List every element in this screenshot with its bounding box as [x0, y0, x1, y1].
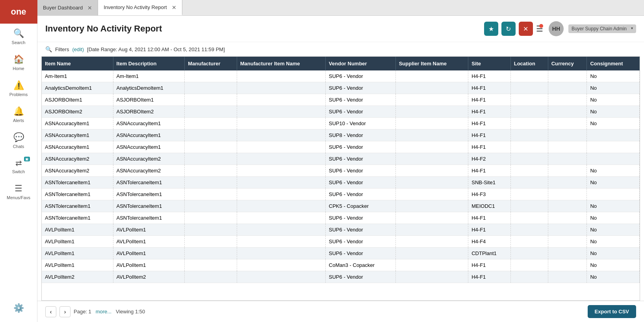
table-cell: ASJORBOItem2	[42, 106, 113, 118]
table-cell	[395, 200, 468, 212]
table-row[interactable]: ASNTolercaneItem1ASNTolercaneItem1SUP6 -…	[42, 189, 640, 200]
sidebar-item-search[interactable]: 🔍 Search	[0, 24, 37, 50]
table-cell: ASNTolercaneItem1	[113, 200, 185, 212]
export-csv-button[interactable]: Export to CSV	[588, 305, 636, 318]
table-cell: ASNTolercaneItem1	[42, 212, 113, 224]
table-cell: No	[587, 82, 640, 94]
table-cell	[237, 212, 325, 224]
table-cell	[510, 165, 548, 177]
table-cell: H4-F1	[468, 165, 510, 177]
table-cell	[587, 141, 640, 153]
table-cell	[548, 70, 587, 82]
tab-bar: Buyer Dashboard ✕ Inventory No Activity …	[37, 0, 644, 16]
table-row[interactable]: AVLPolItem1AVLPolItem1SUP6 - VendorH4-F1…	[42, 224, 640, 236]
tab-close-inventory-report[interactable]: ✕	[172, 4, 176, 11]
sidebar-item-home[interactable]: 🏠 Home	[0, 50, 37, 76]
page-title: Inventory No Activity Report	[45, 24, 484, 34]
favorite-button[interactable]: ★	[484, 22, 498, 36]
table-cell	[548, 259, 587, 271]
table-cell	[185, 212, 237, 224]
table-cell	[237, 94, 325, 106]
table-cell: ASNAccuracyItem1	[42, 130, 113, 141]
filter-edit-link[interactable]: (edit)	[72, 46, 84, 52]
prev-page-button[interactable]: ‹	[45, 306, 56, 317]
user-dropdown[interactable]: Buyer Suppy Chain Admin	[568, 24, 636, 33]
table-row[interactable]: ASNTolercaneItem1ASNTolercaneItem1SUP6 -…	[42, 177, 640, 189]
more-link[interactable]: more...	[96, 309, 111, 315]
table-cell: SUP6 - Vendor	[325, 82, 395, 94]
pagination: ‹ › Page: 1 more... Viewing 1:50	[45, 306, 145, 317]
table-header: Item Name Item Description Manufacturer …	[42, 57, 640, 70]
table-row[interactable]: AVLPolItem1AVLPolItem1SUP6 - VendorCDTPl…	[42, 248, 640, 259]
sidebar-item-settings[interactable]: ⚙️	[11, 298, 26, 318]
filter-bar: 🔍 Filters (edit) [Date Range: Aug 4, 202…	[37, 42, 644, 56]
table-row[interactable]: Am-Item1Am-Item1SUP6 - VendorH4-F1No	[42, 70, 640, 82]
table-row[interactable]: ASNTolercaneItem1ASNTolercaneItem1CPK5 -…	[42, 200, 640, 212]
table-row[interactable]: ASNAccuracyItem2ASNAccuracyItem2SUP6 - V…	[42, 153, 640, 165]
table-row[interactable]: ASJORBOItem1ASJORBOItem1SUP6 - VendorH4-…	[42, 94, 640, 106]
sidebar-item-problems[interactable]: ⚠️ Problems	[0, 76, 37, 102]
user-role: Buyer Suppy Chain Admin	[568, 24, 636, 33]
sidebar-label-menus: Menus/Favs	[7, 195, 30, 200]
table-cell: ASNAccuracyItem2	[113, 153, 185, 165]
close-page-button[interactable]: ✕	[519, 22, 533, 36]
table-cell	[548, 94, 587, 106]
table-cell	[185, 118, 237, 130]
table-cell	[237, 82, 325, 94]
avatar: HH	[549, 21, 564, 36]
table-cell: No	[587, 118, 640, 130]
next-page-button[interactable]: ›	[59, 306, 71, 317]
sidebar-item-alerts[interactable]: 🔔 Alerts	[0, 102, 37, 128]
menu-button[interactable]: ☰	[536, 24, 543, 33]
col-supplier-item-name: Supplier Item Name	[395, 57, 468, 70]
app-logo[interactable]: one	[0, 0, 37, 24]
sidebar-item-chats[interactable]: 💬 Chats	[0, 128, 37, 154]
table-row[interactable]: ASNAccuracyItem1ASNAccuracyItem1SUP8 - V…	[42, 130, 640, 141]
table-row[interactable]: ASNAccuracyItem1ASNAccuracyItem1SUP6 - V…	[42, 141, 640, 153]
table-cell	[237, 153, 325, 165]
data-table-wrapper[interactable]: Item Name Item Description Manufacturer …	[41, 56, 640, 301]
refresh-button[interactable]: ↻	[501, 22, 516, 36]
sidebar-item-menus[interactable]: ☰ Menus/Favs	[0, 179, 37, 205]
table-row[interactable]: AnalyticsDemoItem1AnalyticsDemoItem1SUP6…	[42, 82, 640, 94]
chats-icon: 💬	[13, 132, 24, 142]
tab-inventory-report[interactable]: Inventory No Activity Report ✕	[98, 0, 182, 15]
table-row[interactable]: ASNAccuracyItem2ASNAccuracyItem2SUP6 - V…	[42, 165, 640, 177]
table-row[interactable]: ASNTolercaneItem1ASNTolercaneItem1SUP6 -…	[42, 212, 640, 224]
main-content: Buyer Dashboard ✕ Inventory No Activity …	[37, 0, 644, 322]
table-cell	[237, 165, 325, 177]
sidebar-label-chats: Chats	[13, 144, 24, 149]
table-cell	[395, 224, 468, 236]
tab-buyer-dashboard[interactable]: Buyer Dashboard ✕	[37, 0, 98, 15]
col-currency: Currency	[548, 57, 587, 70]
table-row[interactable]: AVLPolItem1AVLPolItem1SUP6 - VendorH4-F4…	[42, 236, 640, 248]
table-cell	[237, 259, 325, 271]
sidebar-item-switch[interactable]: ⇄ ▣ Switch	[0, 154, 37, 179]
sidebar-label-alerts: Alerts	[13, 118, 24, 123]
tab-label-buyer-dashboard: Buyer Dashboard	[43, 5, 83, 11]
table-cell	[237, 248, 325, 259]
switch-badge: ▣	[24, 157, 30, 161]
table-row[interactable]: ASNAccuracyItem1ASNAccuracyItem1SUP10 - …	[42, 118, 640, 130]
table-row[interactable]: AVLPolItem2AVLPolItem2SUP6 - VendorH4-F1…	[42, 271, 640, 283]
table-cell	[185, 236, 237, 248]
page-number: 1	[89, 309, 91, 315]
table-cell	[395, 70, 468, 82]
page-header: Inventory No Activity Report ★ ↻ ✕ ☰ HH …	[37, 16, 644, 42]
table-cell	[548, 141, 587, 153]
tab-close-buyer-dashboard[interactable]: ✕	[87, 5, 92, 11]
data-table: Item Name Item Description Manufacturer …	[42, 57, 640, 283]
table-cell: SUP6 - Vendor	[325, 236, 395, 248]
table-row[interactable]: AVLPolItem1AVLPolItem1CoMan3 - CopackerH…	[42, 259, 640, 271]
table-cell	[548, 236, 587, 248]
table-cell	[395, 236, 468, 248]
tab-label-inventory-report: Inventory No Activity Report	[104, 4, 167, 10]
table-cell	[237, 106, 325, 118]
table-row[interactable]: ASJORBOItem2ASJORBOItem2SUP6 - VendorH4-…	[42, 106, 640, 118]
table-cell	[395, 118, 468, 130]
table-cell	[510, 259, 548, 271]
table-cell: H4-F1	[468, 130, 510, 141]
table-cell: H4-F1	[468, 106, 510, 118]
table-cell	[395, 189, 468, 200]
table-cell	[185, 153, 237, 165]
